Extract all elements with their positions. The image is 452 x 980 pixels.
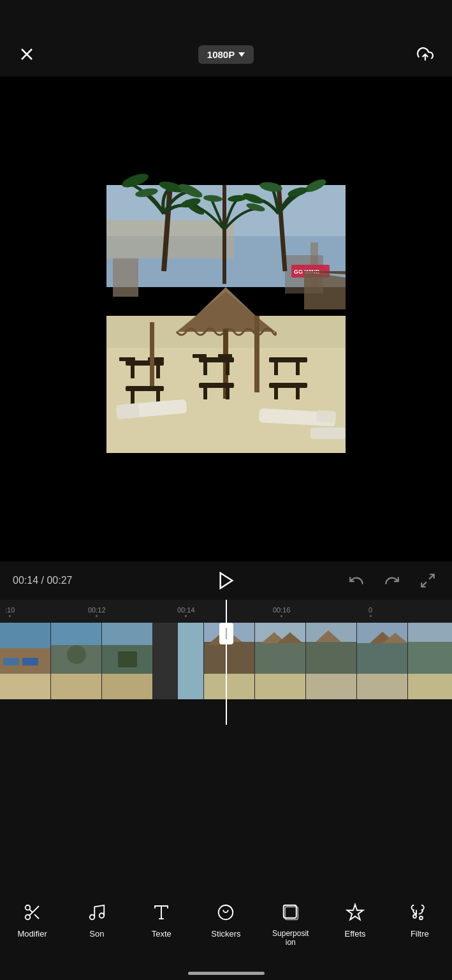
tool-son-label: Son <box>89 929 104 939</box>
svg-rect-38 <box>199 357 234 362</box>
svg-rect-75 <box>118 651 137 667</box>
ruler-dot <box>185 615 187 617</box>
ruler-mark-end: 0 <box>368 606 372 617</box>
svg-point-105 <box>90 915 95 920</box>
svg-point-71 <box>67 645 86 664</box>
beach-scene-svg: GO WIND <box>106 131 346 507</box>
ruler-label: 00:16 <box>273 606 291 614</box>
playhead-handle[interactable] <box>219 623 233 644</box>
film-frame <box>357 623 408 699</box>
ruler-label: 00:14 <box>177 606 195 614</box>
svg-rect-65 <box>0 674 51 699</box>
svg-rect-53 <box>116 403 140 419</box>
tool-effets[interactable]: Effets <box>333 901 377 939</box>
svg-rect-42 <box>218 354 232 358</box>
sticker-icon <box>214 901 237 924</box>
film-frame <box>306 623 357 699</box>
fullscreen-button[interactable] <box>416 569 439 592</box>
tool-stickers-label: Stickers <box>211 929 240 939</box>
tool-modifier-label: Modifier <box>18 929 47 939</box>
ruler-label: :10 <box>5 606 15 614</box>
time-display: 00:14 / 00:27 <box>13 575 89 586</box>
svg-marker-28 <box>177 292 275 332</box>
film-frame <box>255 623 306 699</box>
tool-filtre-label: Filtre <box>411 929 429 939</box>
svg-line-61 <box>429 574 434 579</box>
total-time: 00:27 <box>47 575 72 586</box>
undo-button[interactable] <box>345 569 368 592</box>
svg-rect-47 <box>274 362 278 375</box>
svg-line-104 <box>29 909 33 912</box>
svg-rect-92 <box>357 674 408 699</box>
svg-rect-46 <box>269 357 307 362</box>
svg-rect-35 <box>126 386 164 391</box>
upload-button[interactable] <box>414 43 437 66</box>
svg-rect-39 <box>203 362 207 375</box>
svg-rect-58 <box>150 322 154 386</box>
ruler-dot <box>96 615 98 617</box>
svg-rect-87 <box>306 642 357 674</box>
play-button[interactable] <box>212 567 240 595</box>
tool-texte-label: Texte <box>152 929 171 939</box>
scissors-icon <box>21 901 44 924</box>
film-frame <box>0 623 51 699</box>
svg-point-101 <box>25 915 30 920</box>
svg-rect-57 <box>254 316 259 392</box>
top-bar: 1080P <box>0 0 452 77</box>
bottom-toolbar: Modifier Son Texte <box>0 891 452 954</box>
svg-rect-6 <box>106 220 234 258</box>
tool-filtre[interactable]: Filtre <box>397 901 442 939</box>
svg-rect-88 <box>306 674 357 699</box>
film-frame <box>51 623 102 699</box>
tool-son[interactable]: Son <box>75 901 119 939</box>
current-time: 00:14 <box>13 575 38 586</box>
resolution-button[interactable]: 1080P <box>198 45 254 64</box>
svg-rect-40 <box>226 362 230 375</box>
music-icon <box>85 901 108 924</box>
svg-rect-72 <box>102 623 153 645</box>
video-preview: GO WIND <box>0 77 452 561</box>
svg-rect-68 <box>51 623 102 645</box>
ruler-dot <box>370 615 372 617</box>
film-frame <box>102 623 153 699</box>
tool-superposition[interactable]: Superposition <box>268 901 313 947</box>
home-indicator <box>188 972 265 975</box>
svg-rect-44 <box>203 388 207 399</box>
tool-superposition-label: Superposition <box>272 929 309 947</box>
video-frame: GO WIND <box>106 131 346 507</box>
svg-rect-50 <box>274 388 278 399</box>
ruler-dot <box>9 615 11 617</box>
right-controls <box>345 569 439 592</box>
ruler-label: 00:12 <box>88 606 106 614</box>
svg-rect-63 <box>0 623 51 648</box>
svg-rect-33 <box>119 357 135 361</box>
redo-button[interactable] <box>381 569 404 592</box>
chevron-down-icon <box>238 52 245 57</box>
svg-rect-97 <box>408 674 452 699</box>
tool-texte[interactable]: Texte <box>139 901 184 939</box>
resolution-label: 1080P <box>207 49 235 60</box>
svg-point-106 <box>99 913 105 918</box>
svg-rect-70 <box>51 674 102 699</box>
svg-line-62 <box>421 582 426 587</box>
svg-rect-55 <box>316 410 336 423</box>
svg-rect-82 <box>255 642 306 674</box>
film-frame-current <box>153 623 204 699</box>
tool-modifier[interactable]: Modifier <box>10 901 55 939</box>
tool-effets-label: Effets <box>345 929 366 939</box>
playhead-line <box>226 600 227 725</box>
close-button[interactable] <box>15 43 38 66</box>
svg-rect-41 <box>193 354 207 358</box>
ruler-label: 0 <box>368 606 372 614</box>
filter-icon <box>408 901 431 924</box>
svg-rect-45 <box>226 388 230 399</box>
svg-rect-66 <box>3 658 19 665</box>
tool-stickers[interactable]: Stickers <box>203 901 248 939</box>
svg-rect-31 <box>131 366 135 378</box>
svg-rect-48 <box>296 362 300 375</box>
ruler-mark-12: 00:12 <box>88 606 106 617</box>
svg-rect-83 <box>255 674 306 699</box>
svg-rect-8 <box>113 258 138 297</box>
playback-bar: 00:14 / 00:27 <box>0 561 452 600</box>
layers-icon <box>279 901 302 924</box>
